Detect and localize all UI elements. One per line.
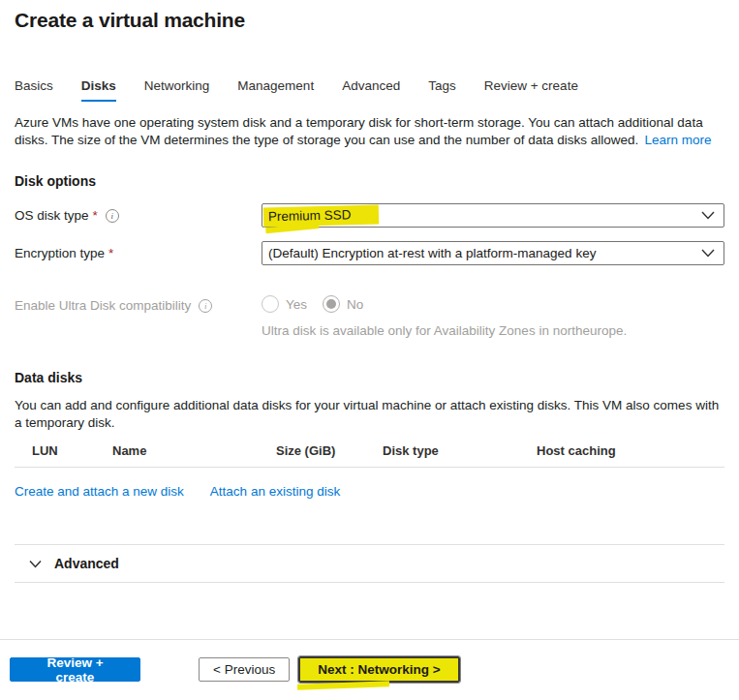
encryption-type-value: (Default) Encryption at-rest with a plat… — [268, 246, 596, 260]
page-title: Create a virtual machine — [15, 0, 724, 32]
tab-advanced[interactable]: Advanced — [342, 78, 400, 102]
ultra-disk-row: Enable Ultra Disk compatibility i Yes No… — [15, 295, 724, 338]
radio-checked-icon — [323, 295, 340, 313]
data-disk-links: Create and attach a new disk Attach an e… — [15, 484, 724, 499]
column-header-name: Name — [112, 443, 276, 458]
option-no-label: No — [347, 297, 363, 312]
advanced-expander[interactable]: Advanced — [15, 545, 724, 582]
create-vm-page: Create a virtual machine Basics Disks Ne… — [0, 0, 739, 583]
chevron-down-icon — [29, 560, 42, 568]
column-header-lun: LUN — [32, 443, 112, 458]
tab-disks[interactable]: Disks — [81, 78, 116, 102]
encryption-type-select[interactable]: (Default) Encryption at-rest with a plat… — [262, 241, 724, 265]
ultra-disk-label: Enable Ultra Disk compatibility i — [15, 298, 262, 313]
tab-networking[interactable]: Networking — [144, 78, 210, 102]
column-header-size: Size (GiB) — [276, 443, 383, 458]
next-networking-button[interactable]: Next : Networking > — [298, 656, 459, 683]
os-disk-type-label-text: OS disk type — [15, 208, 89, 223]
info-icon[interactable]: i — [199, 299, 212, 313]
ultra-disk-option-yes[interactable]: Yes — [262, 295, 307, 313]
data-disks-table-header: LUN Name Size (GiB) Disk type Host cachi… — [15, 443, 724, 458]
wizard-footer: Review + create < Previous Next : Networ… — [0, 639, 739, 683]
os-disk-type-row: OS disk type * i Premium SSD — [15, 203, 724, 228]
ultra-disk-label-text: Enable Ultra Disk compatibility — [15, 298, 191, 313]
encryption-type-label-text: Encryption type — [15, 246, 105, 260]
column-header-host-caching: Host caching — [537, 443, 724, 458]
intro-text: Azure VMs have one operating system disk… — [15, 114, 727, 148]
ultra-disk-radio-group: Yes No — [262, 295, 627, 313]
data-disks-description: You can add and configure additional dat… — [15, 397, 727, 431]
column-header-disk-type: Disk type — [383, 443, 537, 458]
divider — [15, 582, 724, 583]
info-icon[interactable]: i — [106, 209, 119, 223]
intro-body: Azure VMs have one operating system disk… — [15, 115, 703, 147]
advanced-section: Advanced — [15, 544, 724, 583]
tab-management[interactable]: Management — [237, 78, 314, 102]
advanced-label: Advanced — [54, 556, 119, 571]
os-disk-type-label: OS disk type * i — [15, 208, 262, 223]
table-divider — [15, 467, 724, 468]
os-disk-type-value: Premium SSD — [263, 204, 379, 227]
ultra-disk-field: Yes No Ultra disk is available only for … — [262, 295, 627, 338]
learn-more-link[interactable]: Learn more — [644, 133, 711, 147]
encryption-type-label: Encryption type * — [15, 246, 262, 260]
tab-tags[interactable]: Tags — [428, 78, 456, 102]
encryption-type-row: Encryption type * (Default) Encryption a… — [15, 241, 724, 265]
attach-existing-disk-link[interactable]: Attach an existing disk — [210, 484, 340, 499]
required-asterisk: * — [108, 246, 113, 260]
required-asterisk: * — [93, 208, 98, 223]
previous-button[interactable]: < Previous — [199, 657, 290, 682]
data-disks-heading: Data disks — [15, 370, 724, 385]
ultra-disk-hint: Ultra disk is available only for Availab… — [262, 323, 627, 338]
tab-review-create[interactable]: Review + create — [484, 78, 578, 102]
chevron-down-icon — [701, 211, 715, 220]
radio-unchecked-icon — [262, 295, 279, 313]
ultra-disk-option-no[interactable]: No — [323, 295, 363, 313]
chevron-down-icon — [701, 249, 715, 258]
os-disk-type-select[interactable]: Premium SSD — [262, 203, 724, 228]
create-attach-new-disk-link[interactable]: Create and attach a new disk — [15, 484, 184, 499]
wizard-tabs: Basics Disks Networking Management Advan… — [15, 78, 724, 102]
review-create-button[interactable]: Review + create — [10, 657, 140, 682]
disk-options-heading: Disk options — [15, 173, 724, 189]
tab-basics[interactable]: Basics — [15, 78, 53, 102]
option-yes-label: Yes — [286, 297, 307, 312]
